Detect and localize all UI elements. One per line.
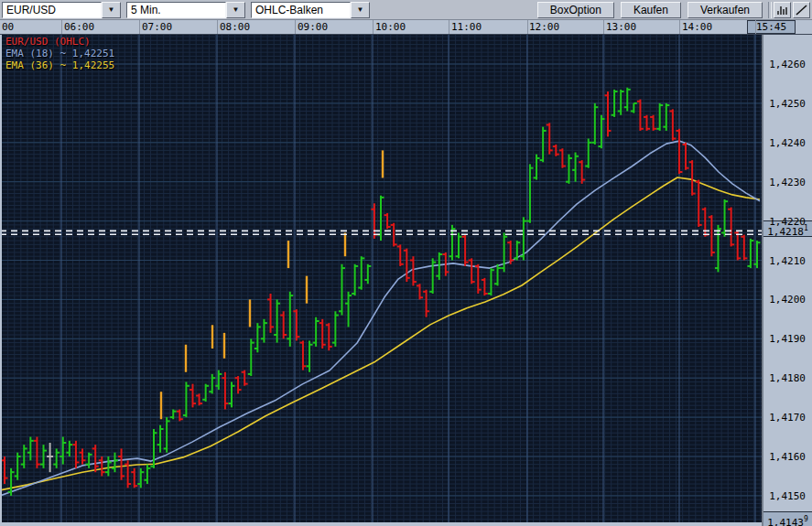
chart-left-border <box>0 35 2 526</box>
toolbar-separator <box>768 2 772 18</box>
price-tick-label: 1,4160 <box>769 451 806 463</box>
time-axis-tick <box>295 20 296 34</box>
price-tick-label: 1,4250 <box>769 98 806 110</box>
time-label: 07:00 <box>142 21 172 33</box>
time-label: 00 <box>2 21 14 33</box>
chart-bottom-border <box>0 522 762 526</box>
price-axis: 1,42181 1,41439 1,42601,42501,42401,4230… <box>762 35 812 526</box>
time-axis: 15:45 0006:0007:0008:0009:0010:0011:0012… <box>0 20 812 35</box>
price-tick-label: 1,4260 <box>769 59 806 70</box>
price-tick-label: 1,4210 <box>769 255 806 267</box>
bars-icon-button[interactable] <box>774 2 791 18</box>
time-axis-tick <box>527 20 528 34</box>
legend-ema36: EMA (36) ~ 1,42255 <box>5 59 114 71</box>
price-tick-label: 1,4240 <box>769 137 806 149</box>
buy-button[interactable]: Kaufen <box>621 2 681 18</box>
time-axis-tick <box>217 20 218 34</box>
price-tick-label: 1,4200 <box>769 294 806 306</box>
bars-icon <box>776 5 788 16</box>
time-label: 10:00 <box>375 21 406 33</box>
line-tool-icon <box>796 5 807 16</box>
sell-button[interactable]: Verkaufen <box>687 2 763 18</box>
time-label: 11:00 <box>451 21 482 33</box>
time-axis-tick <box>449 20 449 34</box>
session-low-badge: 1,41439 <box>763 511 812 526</box>
session-low-value: 1,4143 <box>767 517 804 526</box>
chart-type-select[interactable]: OHLC-Balken ▼ <box>251 2 370 18</box>
time-label: 14:00 <box>682 21 712 33</box>
chevron-down-icon[interactable]: ▼ <box>102 2 121 18</box>
chart-type-select-value[interactable]: OHLC-Balken <box>251 2 351 18</box>
chart-area[interactable]: EUR/USD (OHLC) EMA (18) ~ 1,42251 EMA (3… <box>0 35 762 526</box>
symbol-select[interactable]: EUR/USD ▼ <box>2 2 121 18</box>
price-tick-label: 1,4230 <box>769 177 806 188</box>
interval-select[interactable]: 5 Min. ▼ <box>126 2 245 18</box>
time-label: 12:00 <box>529 21 559 33</box>
current-time-badge: 15:45 <box>747 20 796 34</box>
time-label: 08:00 <box>220 21 250 33</box>
chevron-down-icon[interactable]: ▼ <box>351 2 370 18</box>
time-axis-tick <box>373 20 374 34</box>
ohlc-chart[interactable] <box>0 35 762 526</box>
legend-ema18: EMA (18) ~ 1,42251 <box>5 48 114 59</box>
time-label: 09:00 <box>298 21 328 33</box>
price-tick-label: 1,4150 <box>769 490 806 502</box>
price-tick-label: 1,4220 <box>769 216 806 228</box>
trading-window: EUR/USD ▼ 5 Min. ▼ OHLC-Balken ▼ BoxOpti… <box>0 0 812 526</box>
price-tick-label: 1,4190 <box>769 333 806 345</box>
chevron-down-icon[interactable]: ▼ <box>226 2 245 18</box>
interval-select-value[interactable]: 5 Min. <box>126 2 226 18</box>
time-axis-tick <box>139 20 140 34</box>
boxoption-button[interactable]: BoxOption <box>537 2 614 18</box>
time-label: 13:00 <box>606 21 636 33</box>
price-tick-label: 1,4170 <box>769 412 806 424</box>
time-label: 06:00 <box>64 21 94 33</box>
time-axis-tick <box>61 20 62 34</box>
line-tool-button[interactable] <box>793 2 810 18</box>
chart-legend: EUR/USD (OHLC) EMA (18) ~ 1,42251 EMA (3… <box>5 36 114 71</box>
legend-symbol: EUR/USD (OHLC) <box>5 36 114 48</box>
session-low-sup: 9 <box>804 515 808 523</box>
time-axis-tick <box>603 20 604 34</box>
symbol-select-value[interactable]: EUR/USD <box>2 2 102 18</box>
time-axis-tick <box>679 20 680 34</box>
toolbar: EUR/USD ▼ 5 Min. ▼ OHLC-Balken ▼ BoxOpti… <box>0 0 812 20</box>
time-axis-tick <box>755 20 756 34</box>
price-tick-label: 1,4180 <box>769 372 806 384</box>
